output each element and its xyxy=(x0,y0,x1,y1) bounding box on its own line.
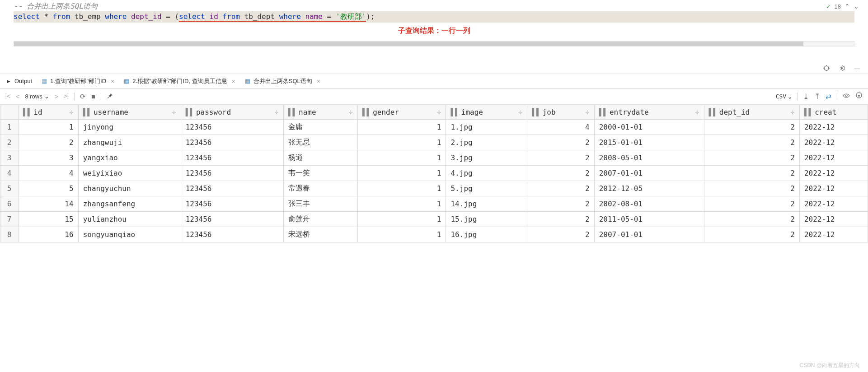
cell-dept-id[interactable]: 2 xyxy=(704,196,799,212)
cell-entrydate[interactable]: 2012-12-05 xyxy=(594,181,704,196)
cell-username[interactable]: yangxiao xyxy=(78,150,181,166)
cell-image[interactable]: 5.jpg xyxy=(446,181,527,196)
cell-dept-id[interactable]: 2 xyxy=(704,227,799,242)
sort-icon[interactable]: ÷ xyxy=(518,108,523,116)
cell-dept-id[interactable]: 2 xyxy=(704,212,799,227)
cell-username[interactable]: zhangwuji xyxy=(78,135,181,150)
table-row[interactable]: 715yulianzhou123456俞莲舟115.jpg22011-05-01… xyxy=(0,212,868,227)
cell-dept-id[interactable]: 2 xyxy=(704,120,799,135)
column-header-name[interactable]: ▌▌name÷ xyxy=(283,105,357,120)
cell-id[interactable]: 1 xyxy=(19,120,79,135)
cell-job[interactable]: 2 xyxy=(527,181,594,196)
scrollbar-thumb[interactable] xyxy=(14,42,803,46)
tab-output[interactable]: ▸ Output xyxy=(5,74,32,88)
cell-name[interactable]: 杨逍 xyxy=(283,150,357,166)
column-header-id[interactable]: ▌▌id÷ xyxy=(19,105,79,120)
table-row[interactable]: 33yangxiao123456杨逍13.jpg22008-05-0122022… xyxy=(0,150,868,166)
cell-dept-id[interactable]: 2 xyxy=(704,166,799,181)
cell-password[interactable]: 123456 xyxy=(181,181,283,196)
cell-image[interactable]: 16.jpg xyxy=(446,227,527,242)
cell-creat[interactable]: 2022-12 xyxy=(799,227,868,242)
table-row[interactable]: 11jinyong123456金庸11.jpg42000-01-0122022-… xyxy=(0,120,868,135)
table-row[interactable]: 614zhangsanfeng123456张三丰114.jpg22002-08-… xyxy=(0,196,868,212)
cell-password[interactable]: 123456 xyxy=(181,150,283,166)
cell-username[interactable]: yulianzhou xyxy=(78,212,181,227)
sql-statement[interactable]: select * from tb_emp where dept_id = (se… xyxy=(14,11,854,23)
cell-gender[interactable]: 1 xyxy=(357,150,446,166)
cell-creat[interactable]: 2022-12 xyxy=(799,120,868,135)
table-row[interactable]: 55changyuchun123456常遇春15.jpg22012-12-052… xyxy=(0,181,868,196)
cell-gender[interactable]: 1 xyxy=(357,181,446,196)
column-header-creat[interactable]: ▌▌creat xyxy=(799,105,868,120)
close-icon[interactable]: × xyxy=(111,78,114,85)
sort-icon[interactable]: ÷ xyxy=(69,108,74,116)
tab-query-2[interactable]: ▦ 2.根据"教研部"部门ID, 查询员工信息 × xyxy=(123,74,235,88)
sort-icon[interactable]: ÷ xyxy=(348,108,353,116)
cell-job[interactable]: 2 xyxy=(527,212,594,227)
first-page-button[interactable]: ⦙< xyxy=(5,93,10,100)
cell-job[interactable]: 2 xyxy=(527,150,594,166)
tab-query-1[interactable]: ▦ 1.查询"教研部"部门ID × xyxy=(41,74,114,88)
refresh-button[interactable]: ⟳ xyxy=(80,93,86,101)
table-row[interactable]: 816songyuanqiao123456宋远桥116.jpg22007-01-… xyxy=(0,227,868,242)
column-header-gender[interactable]: ▌▌gender÷ xyxy=(357,105,446,120)
cell-id[interactable]: 3 xyxy=(19,150,79,166)
cell-dept-id[interactable]: 2 xyxy=(704,150,799,166)
cell-job[interactable]: 4 xyxy=(527,120,594,135)
cell-password[interactable]: 123456 xyxy=(181,196,283,212)
cell-creat[interactable]: 2022-12 xyxy=(799,212,868,227)
cell-id[interactable]: 5 xyxy=(19,181,79,196)
cell-gender[interactable]: 1 xyxy=(357,196,446,212)
cell-id[interactable]: 4 xyxy=(19,166,79,181)
cell-username[interactable]: changyuchun xyxy=(78,181,181,196)
cell-creat[interactable]: 2022-12 xyxy=(799,196,868,212)
sql-editor[interactable]: -- 合并出上两条SQL语句 select * from tb_emp wher… xyxy=(0,0,868,39)
cell-image[interactable]: 3.jpg xyxy=(446,150,527,166)
column-header-image[interactable]: ▌▌image÷ xyxy=(446,105,527,120)
cell-image[interactable]: 14.jpg xyxy=(446,196,527,212)
cell-dept-id[interactable]: 2 xyxy=(704,135,799,150)
table-row[interactable]: 22zhangwuji123456张无忌12.jpg22015-01-01220… xyxy=(0,135,868,150)
cell-image[interactable]: 2.jpg xyxy=(446,135,527,150)
cell-name[interactable]: 张三丰 xyxy=(283,196,357,212)
cell-name[interactable]: 俞莲舟 xyxy=(283,212,357,227)
cell-job[interactable]: 2 xyxy=(527,227,594,242)
upload-button[interactable]: ⤒ xyxy=(814,92,820,101)
cell-entrydate[interactable]: 2015-01-01 xyxy=(594,135,704,150)
sort-icon[interactable]: ÷ xyxy=(695,108,699,116)
cell-creat[interactable]: 2022-12 xyxy=(799,150,868,166)
sort-icon[interactable]: ÷ xyxy=(585,108,590,116)
cell-password[interactable]: 123456 xyxy=(181,135,283,150)
column-header-job[interactable]: ▌▌job÷ xyxy=(527,105,594,120)
crosshair-icon[interactable] xyxy=(823,65,830,72)
cell-password[interactable]: 123456 xyxy=(181,212,283,227)
prev-page-button[interactable]: < xyxy=(16,93,19,100)
cell-job[interactable]: 2 xyxy=(527,135,594,150)
cell-gender[interactable]: 1 xyxy=(357,135,446,150)
column-header-dept-id[interactable]: ▌▌dept_id÷ xyxy=(704,105,799,120)
cell-id[interactable]: 14 xyxy=(19,196,79,212)
cell-name[interactable]: 张无忌 xyxy=(283,135,357,150)
cell-name[interactable]: 常遇春 xyxy=(283,181,357,196)
settings-icon[interactable] xyxy=(855,92,863,101)
cell-gender[interactable]: 1 xyxy=(357,212,446,227)
cell-gender[interactable]: 1 xyxy=(357,120,446,135)
cell-job[interactable]: 2 xyxy=(527,196,594,212)
cell-dept-id[interactable]: 2 xyxy=(704,181,799,196)
sort-icon[interactable]: ÷ xyxy=(790,108,795,116)
cell-entrydate[interactable]: 2008-05-01 xyxy=(594,150,704,166)
cell-entrydate[interactable]: 2007-01-01 xyxy=(594,166,704,181)
cell-entrydate[interactable]: 2000-01-01 xyxy=(594,120,704,135)
result-table-wrap[interactable]: ▌▌id÷ ▌▌username÷ ▌▌password÷ ▌▌name÷ ▌▌… xyxy=(0,105,868,242)
cell-name[interactable]: 金庸 xyxy=(283,120,357,135)
cell-gender[interactable]: 1 xyxy=(357,166,446,181)
gear-icon[interactable] xyxy=(838,65,845,72)
cell-creat[interactable]: 2022-12 xyxy=(799,166,868,181)
chevron-up-icon[interactable]: ⌃ xyxy=(845,3,850,10)
chevron-down-icon[interactable]: ⌄ xyxy=(854,3,859,10)
sort-icon[interactable]: ÷ xyxy=(274,108,279,116)
cell-id[interactable]: 2 xyxy=(19,135,79,150)
cell-entrydate[interactable]: 2011-05-01 xyxy=(594,212,704,227)
download-button[interactable]: ⤓ xyxy=(803,92,809,101)
cell-password[interactable]: 123456 xyxy=(181,120,283,135)
